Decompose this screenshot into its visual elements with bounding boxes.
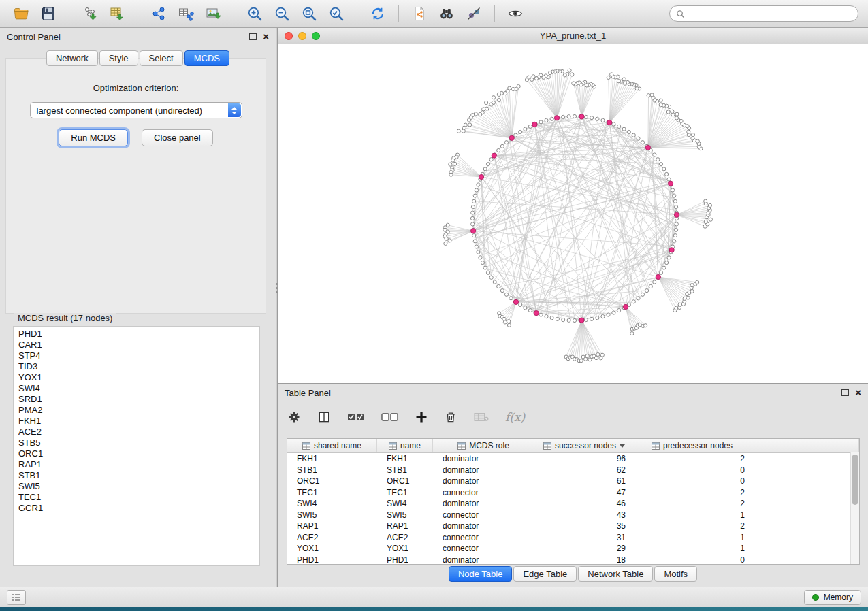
- column-header-mcds-role[interactable]: MCDS role: [433, 439, 534, 452]
- tab-motifs[interactable]: Motifs: [654, 566, 697, 582]
- cell-mcds-role[interactable]: dominator: [433, 476, 534, 487]
- zoom-in-button[interactable]: [243, 3, 266, 24]
- column-header-shared-name[interactable]: shared name: [287, 439, 377, 452]
- cell-shared-name[interactable]: RAP1: [287, 521, 377, 532]
- table-row[interactable]: ACE2 ACE2 connector 31 1: [287, 532, 859, 544]
- cell-successor-nodes[interactable]: 62: [534, 465, 634, 476]
- cell-shared-name[interactable]: SWI4: [287, 498, 377, 510]
- cell-successor-nodes[interactable]: 96: [534, 453, 634, 465]
- task-history-button[interactable]: [7, 590, 26, 605]
- float-panel-icon[interactable]: [249, 33, 257, 40]
- cell-predecessor-nodes[interactable]: 2: [634, 498, 750, 510]
- cell-predecessor-nodes[interactable]: 1: [634, 510, 750, 521]
- tab-node-table[interactable]: Node Table: [449, 566, 513, 582]
- cell-name[interactable]: RAP1: [377, 521, 433, 532]
- cell-successor-nodes[interactable]: 18: [534, 555, 634, 565]
- close-panel-icon[interactable]: ×: [263, 33, 269, 40]
- table-row[interactable]: SWI5 SWI5 connector 43 1: [287, 510, 859, 521]
- table-row[interactable]: PHD1 PHD1 dominator 18 0: [287, 555, 859, 565]
- cell-shared-name[interactable]: STB1: [287, 465, 377, 476]
- cell-mcds-role[interactable]: connector: [433, 487, 534, 499]
- cell-shared-name[interactable]: TEC1: [287, 487, 377, 499]
- run-mcds-button[interactable]: Run MCDS: [59, 129, 128, 146]
- cell-successor-nodes[interactable]: 43: [534, 510, 634, 521]
- cell-name[interactable]: PHD1: [377, 555, 433, 565]
- cell-successor-nodes[interactable]: 35: [534, 521, 634, 532]
- show-columns-button[interactable]: [317, 410, 331, 424]
- search-input[interactable]: [689, 8, 852, 19]
- mcds-result-item[interactable]: SRD1: [14, 394, 259, 405]
- scrollbar-thumb[interactable]: [852, 455, 858, 505]
- select-all-button[interactable]: [347, 412, 365, 423]
- network-canvas[interactable]: [278, 44, 868, 383]
- cell-mcds-role[interactable]: dominator: [433, 465, 534, 476]
- cell-name[interactable]: STB1: [377, 465, 433, 476]
- mcds-result-item[interactable]: GCR1: [14, 503, 259, 514]
- cell-successor-nodes[interactable]: 46: [534, 498, 634, 510]
- cell-name[interactable]: ORC1: [377, 476, 433, 487]
- mcds-result-item[interactable]: STB1: [14, 470, 259, 481]
- mcds-result-item[interactable]: TID3: [14, 361, 259, 372]
- table-row[interactable]: RAP1 RAP1 dominator 35 2: [287, 521, 859, 532]
- open-file-button[interactable]: [10, 3, 33, 24]
- search-box[interactable]: [669, 5, 858, 22]
- cell-name[interactable]: SWI5: [377, 510, 433, 521]
- delete-column-button[interactable]: [444, 410, 457, 424]
- zoom-selected-button[interactable]: [325, 3, 348, 24]
- tab-network[interactable]: Network: [46, 50, 98, 66]
- mcds-result-item[interactable]: PMA2: [14, 405, 259, 416]
- mcds-result-item[interactable]: YOX1: [14, 372, 259, 383]
- zoom-out-button[interactable]: [270, 3, 293, 24]
- cell-name[interactable]: FKH1: [377, 453, 433, 465]
- cell-predecessor-nodes[interactable]: 2: [634, 521, 750, 532]
- find-button[interactable]: [435, 3, 458, 24]
- network-from-table-button[interactable]: [174, 3, 197, 24]
- float-panel-icon[interactable]: [841, 389, 849, 396]
- import-network-button[interactable]: [78, 3, 101, 24]
- table-row[interactable]: STB1 STB1 dominator 62 0: [287, 465, 859, 476]
- import-table-button[interactable]: [106, 3, 129, 24]
- cell-successor-nodes[interactable]: 29: [534, 543, 634, 555]
- cell-name[interactable]: TEC1: [377, 487, 433, 499]
- cell-predecessor-nodes[interactable]: 0: [634, 476, 750, 487]
- export-image-button[interactable]: [202, 3, 225, 24]
- table-row[interactable]: YOX1 YOX1 connector 29 1: [287, 543, 859, 555]
- refresh-button[interactable]: [366, 3, 389, 24]
- cell-successor-nodes[interactable]: 61: [534, 476, 634, 487]
- cell-shared-name[interactable]: PHD1: [287, 555, 377, 565]
- cell-mcds-role[interactable]: dominator: [433, 521, 534, 532]
- table-row[interactable]: SWI4 SWI4 dominator 46 2: [287, 498, 859, 510]
- cell-predecessor-nodes[interactable]: 0: [634, 465, 750, 476]
- zoom-fit-button[interactable]: [298, 3, 321, 24]
- mcds-result-item[interactable]: SWI4: [14, 383, 259, 394]
- cell-predecessor-nodes[interactable]: 2: [634, 487, 750, 499]
- mcds-result-item[interactable]: PHD1: [14, 329, 259, 340]
- cell-successor-nodes[interactable]: 31: [534, 532, 634, 544]
- cell-successor-nodes[interactable]: 47: [534, 487, 634, 499]
- column-header-predecessor-nodes[interactable]: predecessor nodes: [634, 439, 750, 452]
- tab-mcds[interactable]: MCDS: [184, 50, 229, 66]
- cell-shared-name[interactable]: SWI5: [287, 510, 377, 521]
- cell-mcds-role[interactable]: dominator: [433, 453, 534, 465]
- cell-predecessor-nodes[interactable]: 0: [634, 555, 750, 565]
- table-row[interactable]: TEC1 TEC1 connector 47 2: [287, 487, 859, 499]
- cell-name[interactable]: ACE2: [377, 532, 433, 544]
- tab-select[interactable]: Select: [140, 50, 183, 66]
- mcds-result-item[interactable]: FKH1: [14, 416, 259, 427]
- tab-style[interactable]: Style: [99, 50, 138, 66]
- cell-shared-name[interactable]: ORC1: [287, 476, 377, 487]
- table-settings-button[interactable]: [287, 410, 301, 424]
- cell-predecessor-nodes[interactable]: 1: [634, 532, 750, 544]
- cell-predecessor-nodes[interactable]: 1: [634, 543, 750, 555]
- dropdown-stepper[interactable]: [228, 103, 241, 117]
- cell-shared-name[interactable]: YOX1: [287, 543, 377, 555]
- save-session-button[interactable]: [37, 3, 60, 24]
- mcds-result-item[interactable]: STP4: [14, 350, 259, 361]
- mcds-result-item[interactable]: ACE2: [14, 427, 259, 437]
- cell-mcds-role[interactable]: dominator: [433, 498, 534, 510]
- table-scrollbar[interactable]: [850, 452, 859, 564]
- cell-shared-name[interactable]: ACE2: [287, 532, 377, 544]
- table-row[interactable]: FKH1 FKH1 dominator 96 2: [287, 453, 859, 465]
- column-header-name[interactable]: name: [377, 439, 433, 452]
- add-column-button[interactable]: [415, 411, 428, 423]
